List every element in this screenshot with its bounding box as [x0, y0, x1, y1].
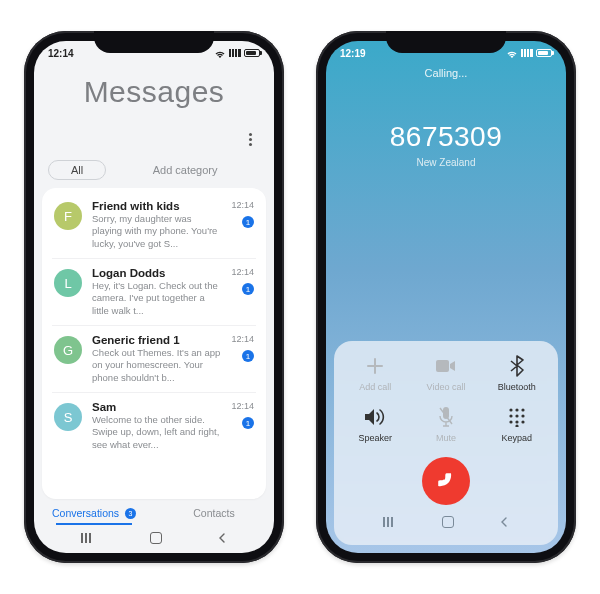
- conversation-item[interactable]: S Sam Welcome to the other side. Swipe u…: [52, 393, 256, 459]
- message-time: 12:14: [231, 334, 254, 344]
- nav-recents-icon[interactable]: [81, 533, 95, 543]
- nav-back-icon[interactable]: [499, 517, 509, 527]
- contact-name: Generic friend 1: [92, 334, 221, 346]
- status-indicators: [506, 49, 552, 58]
- signal-icon: [521, 49, 533, 57]
- tab-label: Contacts: [193, 507, 234, 519]
- avatar: F: [54, 202, 82, 230]
- battery-icon: [536, 49, 552, 57]
- svg-point-11: [515, 424, 518, 427]
- contact-name: Friend with kids: [92, 200, 221, 212]
- wifi-icon: [506, 49, 518, 58]
- button-label: Video call: [427, 382, 466, 392]
- button-label: Speaker: [359, 433, 393, 443]
- tab-contacts[interactable]: Contacts: [154, 507, 274, 519]
- android-navbar: [34, 523, 274, 553]
- unread-badge: 1: [242, 350, 254, 362]
- svg-point-8: [509, 420, 512, 423]
- battery-icon: [244, 49, 260, 57]
- message-time: 12:14: [231, 267, 254, 277]
- page-title: Messages: [34, 75, 274, 109]
- call-status: Calling...: [326, 67, 566, 79]
- nav-home-icon[interactable]: [442, 516, 454, 528]
- call-controls-panel: Add call Video call Bluetooth Speaker Mu: [334, 341, 558, 545]
- bottom-tabs: Conversations 3 Contacts: [34, 499, 274, 523]
- filter-row: All Add category: [34, 160, 274, 188]
- svg-point-10: [521, 420, 524, 423]
- conversation-item[interactable]: F Friend with kids Sorry, my daughter wa…: [52, 192, 256, 259]
- message-time: 12:14: [231, 200, 254, 210]
- avatar: L: [54, 269, 82, 297]
- speaker-icon: [364, 406, 386, 428]
- nav-back-icon[interactable]: [217, 533, 227, 543]
- signal-icon: [229, 49, 241, 57]
- contact-name: Sam: [92, 401, 221, 413]
- nav-home-icon[interactable]: [150, 532, 162, 544]
- svg-rect-0: [436, 360, 449, 372]
- status-indicators: [214, 49, 260, 58]
- button-label: Add call: [359, 382, 391, 392]
- button-label: Keypad: [501, 433, 532, 443]
- bluetooth-icon: [506, 355, 528, 377]
- avatar: S: [54, 403, 82, 431]
- conversation-list: F Friend with kids Sorry, my daughter wa…: [42, 188, 266, 499]
- tab-badge: 3: [125, 508, 136, 519]
- avatar: G: [54, 336, 82, 364]
- wifi-icon: [214, 49, 226, 58]
- more-options-icon[interactable]: [240, 133, 260, 160]
- call-controls-grid: Add call Video call Bluetooth Speaker Mu: [340, 355, 552, 443]
- status-time: 12:14: [48, 48, 74, 59]
- svg-point-3: [515, 408, 518, 411]
- video-call-button[interactable]: Video call: [411, 355, 482, 392]
- call-number: 8675309: [326, 121, 566, 153]
- end-call-button[interactable]: [422, 457, 470, 505]
- keypad-icon: [506, 406, 528, 428]
- svg-point-6: [515, 414, 518, 417]
- tab-conversations[interactable]: Conversations 3: [34, 507, 154, 519]
- add-call-button[interactable]: Add call: [340, 355, 411, 392]
- svg-point-9: [515, 420, 518, 423]
- keypad-button[interactable]: Keypad: [481, 406, 552, 443]
- call-screen: 12:19 Calling... 8675309 New Zealand Add…: [326, 41, 566, 553]
- nav-recents-icon[interactable]: [383, 517, 397, 527]
- call-region: New Zealand: [326, 157, 566, 168]
- phone-right: 12:19 Calling... 8675309 New Zealand Add…: [316, 31, 576, 563]
- mute-button[interactable]: Mute: [411, 406, 482, 443]
- conversation-item[interactable]: L Logan Dodds Hey, it's Logan. Check out…: [52, 259, 256, 326]
- message-preview: Hey, it's Logan. Check out the camera. I…: [92, 280, 221, 317]
- bluetooth-button[interactable]: Bluetooth: [481, 355, 552, 392]
- hangup-icon: [433, 468, 459, 494]
- conversation-item[interactable]: G Generic friend 1 Check out Themes. It'…: [52, 326, 256, 393]
- message-preview: Sorry, my daughter was playing with my p…: [92, 213, 221, 250]
- plus-icon: [364, 355, 386, 377]
- contact-name: Logan Dodds: [92, 267, 221, 279]
- svg-point-4: [521, 408, 524, 411]
- add-category-button[interactable]: Add category: [110, 164, 260, 176]
- notch: [94, 31, 214, 53]
- video-icon: [435, 355, 457, 377]
- message-time: 12:14: [231, 401, 254, 411]
- android-navbar: [340, 509, 552, 535]
- svg-point-7: [521, 414, 524, 417]
- mute-icon: [435, 406, 457, 428]
- messages-screen: 12:14 Messages All Add category F Friend…: [34, 41, 274, 553]
- unread-badge: 1: [242, 417, 254, 429]
- notch: [386, 31, 506, 53]
- unread-badge: 1: [242, 283, 254, 295]
- filter-all-pill[interactable]: All: [48, 160, 106, 180]
- svg-point-5: [509, 414, 512, 417]
- svg-point-2: [509, 408, 512, 411]
- tab-label: Conversations: [52, 507, 119, 519]
- phone-left: 12:14 Messages All Add category F Friend…: [24, 31, 284, 563]
- button-label: Mute: [436, 433, 456, 443]
- unread-badge: 1: [242, 216, 254, 228]
- status-time: 12:19: [340, 48, 366, 59]
- message-preview: Welcome to the other side. Swipe up, dow…: [92, 414, 221, 451]
- button-label: Bluetooth: [498, 382, 536, 392]
- speaker-button[interactable]: Speaker: [340, 406, 411, 443]
- message-preview: Check out Themes. It's an app on your ho…: [92, 347, 221, 384]
